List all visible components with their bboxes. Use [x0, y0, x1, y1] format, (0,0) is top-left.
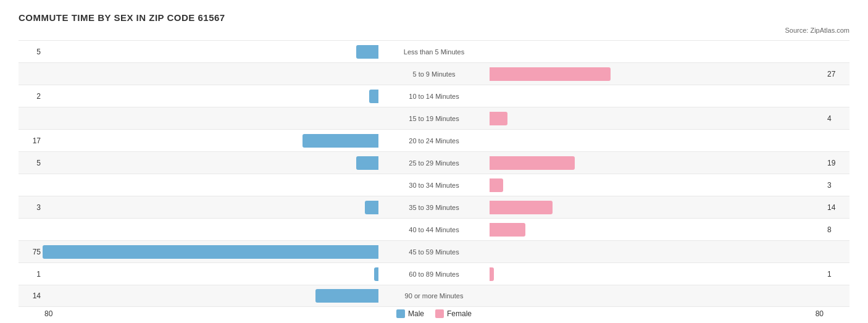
- chart-title: COMMUTE TIME BY SEX IN ZIP CODE 61567: [19, 12, 849, 23]
- female-bar-wrap: [434, 223, 525, 237]
- male-bar: [303, 134, 378, 148]
- chart-row: 5 25 to 29 Minutes 19: [19, 151, 849, 174]
- female-bar-wrap: [434, 156, 575, 170]
- female-bar-wrap: [434, 90, 490, 103]
- male-bar: [369, 90, 378, 103]
- legend-axis-row: 80 Male Female 80: [19, 309, 849, 318]
- male-bar-wrap: [365, 201, 434, 214]
- female-bar: [490, 223, 525, 237]
- female-bar: [490, 178, 503, 192]
- chart-row: 5 to 9 Minutes 27: [19, 62, 849, 85]
- chart-row: 2 10 to 14 Minutes: [19, 85, 849, 107]
- male-value: 17: [19, 136, 44, 145]
- bars-area: 40 to 44 Minutes: [44, 219, 824, 240]
- bars-area: 15 to 19 Minutes: [44, 107, 824, 129]
- male-value: 5: [19, 48, 44, 56]
- male-bar-wrap: [374, 267, 434, 281]
- female-value: 4: [824, 114, 849, 123]
- female-bar-wrap: [434, 267, 494, 281]
- male-bar-wrap: [378, 223, 434, 237]
- female-bar: [490, 156, 575, 170]
- legend-female-box: [435, 309, 444, 318]
- female-bar: [490, 67, 611, 81]
- chart-area: 5 Less than 5 Minutes 5 to 9 Minutes: [19, 40, 849, 307]
- bars-area: 90 or more Minutes: [44, 285, 824, 306]
- male-bar-wrap: [369, 90, 434, 103]
- female-value: 3: [824, 181, 849, 190]
- male-bar-wrap: [378, 112, 434, 125]
- bars-area: 45 to 59 Minutes: [44, 241, 824, 262]
- bars-area: 30 to 34 Minutes: [44, 174, 824, 196]
- legend-female-label: Female: [447, 309, 472, 318]
- chart-row: 30 to 34 Minutes 3: [19, 174, 849, 196]
- male-bar: [43, 245, 378, 259]
- chart-row: 1 60 to 89 Minutes 1: [19, 262, 849, 285]
- female-bar-wrap: [434, 45, 490, 59]
- bars-area: 20 to 24 Minutes: [44, 130, 824, 151]
- chart-row: 3 35 to 39 Minutes 14: [19, 196, 849, 218]
- bars-area: 5 to 9 Minutes: [44, 63, 824, 85]
- chart-row: 15 to 19 Minutes 4: [19, 107, 849, 129]
- left-axis-label: 80: [44, 309, 52, 318]
- male-bar-wrap: [43, 245, 434, 259]
- female-value: 27: [824, 70, 849, 78]
- male-value: 1: [19, 270, 44, 279]
- male-bar: [365, 201, 378, 214]
- female-value: 8: [824, 225, 849, 234]
- male-bar-wrap: [315, 289, 434, 303]
- male-bar: [315, 289, 378, 303]
- male-value: 2: [19, 92, 44, 101]
- chart-row: 75 45 to 59 Minutes: [19, 240, 849, 262]
- female-bar-wrap: [434, 67, 611, 81]
- right-axis-label: 80: [816, 309, 824, 318]
- male-value: 75: [19, 248, 44, 256]
- female-bar: [490, 267, 494, 281]
- bars-area: 60 to 89 Minutes: [44, 263, 824, 285]
- male-bar-wrap: [378, 67, 434, 81]
- bars-area: Less than 5 Minutes: [44, 41, 824, 62]
- bars-area: 35 to 39 Minutes: [44, 196, 824, 218]
- female-bar-wrap: [434, 134, 490, 148]
- female-value: 19: [824, 159, 849, 167]
- female-bar-wrap: [434, 289, 490, 303]
- legend: Male Female: [396, 309, 472, 318]
- chart-row: 17 20 to 24 Minutes: [19, 129, 849, 151]
- source-label: Source: ZipAtlas.com: [19, 27, 849, 34]
- male-bar: [356, 45, 378, 59]
- male-bar: [374, 267, 378, 281]
- chart-row: 14 90 or more Minutes: [19, 285, 849, 307]
- male-bar-wrap: [378, 178, 434, 192]
- female-bar-wrap: [434, 112, 507, 125]
- bars-area: 25 to 29 Minutes: [44, 152, 824, 174]
- male-value: 5: [19, 159, 44, 167]
- chart-row: 5 Less than 5 Minutes: [19, 40, 849, 62]
- male-bar-wrap: [303, 134, 434, 148]
- female-value: 1: [824, 270, 849, 279]
- bars-area: 10 to 14 Minutes: [44, 85, 824, 107]
- legend-female: Female: [435, 309, 472, 318]
- female-bar: [490, 201, 553, 214]
- legend-male: Male: [396, 309, 424, 318]
- female-bar-wrap: [434, 245, 490, 259]
- female-bar-wrap: [434, 178, 503, 192]
- male-value: 14: [19, 292, 44, 300]
- legend-male-label: Male: [408, 309, 424, 318]
- male-bar-wrap: [356, 45, 434, 59]
- female-value: 14: [824, 203, 849, 212]
- male-value: 3: [19, 203, 44, 212]
- male-bar: [356, 156, 378, 170]
- female-bar-wrap: [434, 201, 553, 214]
- chart-row: 40 to 44 Minutes 8: [19, 218, 849, 240]
- legend-male-box: [396, 309, 405, 318]
- female-bar: [490, 112, 507, 125]
- male-bar-wrap: [356, 156, 434, 170]
